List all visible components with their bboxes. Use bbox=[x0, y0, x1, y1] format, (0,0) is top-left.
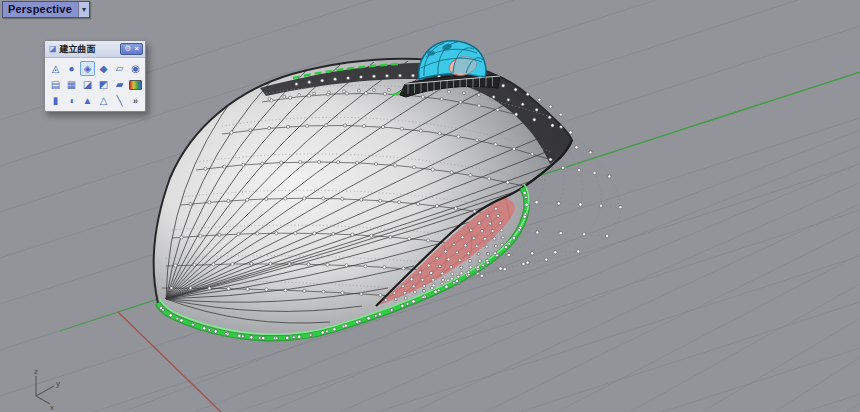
planar-surface-icon: ▱ bbox=[116, 64, 124, 74]
extrude-along-curve-icon: ◖ bbox=[68, 96, 74, 106]
revolve-button[interactable]: ◩ bbox=[96, 77, 111, 92]
extrude-tapered-button[interactable]: △ bbox=[96, 93, 111, 108]
toolbar-titlebar[interactable]: ◪ 建立曲面 ⚙ × bbox=[45, 41, 145, 58]
patch-icon: ◪ bbox=[83, 80, 92, 90]
ribbon-icon: ╲ bbox=[116, 96, 122, 106]
extrude-along-curve-button[interactable]: ◖ bbox=[64, 93, 79, 108]
edge-surface-button[interactable]: ◈ bbox=[80, 61, 95, 76]
curve-network-button[interactable]: ◆ bbox=[96, 61, 111, 76]
gizmo-z-label: z bbox=[34, 367, 38, 376]
revolve-icon: ◩ bbox=[99, 80, 108, 90]
gear-icon[interactable]: ⚙ bbox=[124, 45, 131, 53]
toolbar-system-box: ⚙ × bbox=[120, 43, 143, 55]
extrude-straight-icon: ▮ bbox=[53, 96, 59, 106]
curve-network-icon: ◆ bbox=[100, 64, 108, 74]
close-icon[interactable]: × bbox=[134, 45, 139, 53]
extrude-to-point-icon: ▲ bbox=[83, 96, 93, 106]
sweep-button[interactable]: ▰ bbox=[112, 77, 127, 92]
surface-grid-icon: ▦ bbox=[67, 80, 76, 90]
chevron-down-icon: ▾ bbox=[82, 5, 86, 14]
drape-surface-button[interactable]: ◉ bbox=[128, 61, 143, 76]
rhino-viewport-window: { "viewport": { "label": "Perspective", … bbox=[0, 0, 860, 412]
loft-button[interactable]: ▤ bbox=[48, 77, 63, 92]
expand-chevrons-icon: » bbox=[133, 96, 138, 106]
extrude-straight-button[interactable]: ▮ bbox=[48, 93, 63, 108]
extrude-to-point-button[interactable]: ▲ bbox=[80, 93, 95, 108]
loft-icon: ▤ bbox=[51, 80, 60, 90]
patch-button[interactable]: ◪ bbox=[80, 77, 95, 92]
toolbar-title: 建立曲面 bbox=[60, 43, 118, 56]
surface-from-grid-button[interactable]: ▦ bbox=[64, 77, 79, 92]
surface-corner-points-icon: ◬ bbox=[52, 64, 60, 74]
edge-surface-icon: ◈ bbox=[84, 64, 92, 74]
viewport-title[interactable]: Perspective bbox=[3, 2, 78, 17]
expand-toolbar-button[interactable]: » bbox=[128, 93, 143, 108]
surface-corner-points-button[interactable]: ◬ bbox=[48, 61, 63, 76]
heightfield-button[interactable] bbox=[128, 77, 143, 92]
sphere-icon: ● bbox=[68, 64, 74, 74]
gizmo-y-label: y bbox=[56, 379, 60, 388]
ribbon-button[interactable]: ╲ bbox=[112, 93, 127, 108]
toolbar-buttons: ◬ ● ◈ ◆ ▱ ◉ ▤ ▦ ◪ ◩ ▰ ▮ ◖ ▲ △ ╲ » bbox=[45, 58, 145, 111]
heightfield-image-icon bbox=[129, 80, 142, 90]
toolbar-grip-icon: ◪ bbox=[49, 45, 57, 53]
sweep-icon: ▰ bbox=[116, 80, 124, 90]
extrude-tapered-icon: △ bbox=[100, 96, 108, 106]
planar-surface-button[interactable]: ▱ bbox=[112, 61, 127, 76]
viewport-label[interactable]: Perspective ▾ bbox=[2, 1, 90, 18]
gizmo-x-label: x bbox=[50, 403, 54, 412]
drape-icon: ◉ bbox=[131, 64, 140, 74]
create-surface-toolbar[interactable]: ◪ 建立曲面 ⚙ × ◬ ● ◈ ◆ ▱ ◉ ▤ ▦ ◪ ◩ ▰ ▮ ◖ ▲ △… bbox=[44, 40, 146, 112]
sphere-surface-button[interactable]: ● bbox=[64, 61, 79, 76]
viewport-dropdown[interactable]: ▾ bbox=[78, 2, 89, 17]
